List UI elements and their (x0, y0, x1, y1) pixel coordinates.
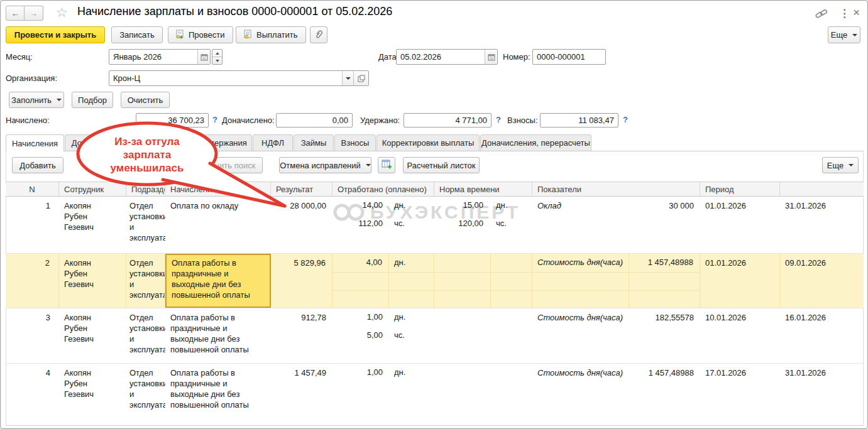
contributions-value[interactable]: 11 083,47 (541, 116, 618, 125)
col-header-period[interactable]: Период (700, 182, 780, 196)
tab-payment-adjustments[interactable]: Корректировки выплаты (376, 134, 480, 151)
withheld-field[interactable]: 4 771,00 (404, 113, 492, 128)
cell-period-to[interactable]: 31.01.2026 (780, 364, 864, 418)
pay-button[interactable]: Выплатить (236, 26, 306, 43)
calendar-icon[interactable] (485, 50, 497, 64)
cell-period-from[interactable]: 01.01.2026 (700, 254, 780, 308)
table-row-selected[interactable]: 2 Акопян Рубен Гезевич Отдел установки и… (6, 254, 864, 308)
cell-period-from[interactable]: 01.01.2026 (700, 197, 780, 253)
withheld-value[interactable]: 4 771,00 (404, 116, 491, 125)
additional-field[interactable]: 0,00 (276, 113, 353, 128)
cell-department[interactable]: Отдел установки и эксплуатац (126, 197, 165, 253)
close-icon[interactable]: × (853, 6, 860, 19)
organization-value[interactable]: Крон-Ц (109, 73, 342, 83)
cell-worked-value[interactable]: 14,00112,00 (332, 197, 389, 253)
tab-loans[interactable]: Займы (294, 134, 334, 151)
cell-employee[interactable]: Акопян Рубен Гезевич (59, 364, 126, 418)
cell-norm-unit[interactable] (491, 364, 532, 418)
favorite-star-icon[interactable]: ☆ (56, 5, 68, 20)
cell-worked-unit[interactable]: дн.чс. (389, 308, 434, 363)
col-header-indicators[interactable]: Показатели (532, 182, 700, 196)
cell-result[interactable]: 28 000,00 (271, 197, 332, 253)
month-value[interactable]: Январь 2026 (109, 52, 197, 62)
dropdown-icon[interactable] (342, 71, 353, 85)
cell-result[interactable]: 912,78 (271, 308, 332, 363)
cell-norm-value[interactable] (434, 364, 491, 418)
cell-result[interactable]: 1 457,49 (271, 364, 332, 418)
add-row-button[interactable]: Добавить (12, 157, 63, 173)
cell-period-from[interactable]: 17.01.2026 (700, 364, 780, 418)
col-header-empty[interactable] (780, 182, 864, 196)
salary-indicators-button[interactable] (378, 157, 395, 173)
accrued-hint[interactable]: ? (212, 115, 217, 124)
table-row[interactable]: 3 Акопян Рубен Гезевич Отдел установки и… (6, 308, 864, 364)
selected-accrual-cell[interactable]: Оплата работы в праздничные и выходные д… (165, 254, 271, 308)
tab-contributions[interactable]: Взносы (334, 134, 376, 151)
col-header-accrual[interactable]: Начисление (165, 182, 271, 196)
contributions-field[interactable]: 11 083,47 (540, 113, 618, 128)
cell-indicator[interactable]: Стоимость дня(часа) (532, 364, 629, 418)
date-field[interactable]: 05.02.2026 (396, 49, 498, 65)
cell-accrual[interactable]: Оплата по окладу (165, 197, 271, 253)
table-row[interactable]: 4 Акопян Рубен Гезевич Отдел установки и… (6, 364, 864, 418)
accrued-value[interactable]: 36 700,23 (136, 116, 208, 125)
organization-field[interactable]: Крон-Ц (109, 70, 369, 86)
col-header-n[interactable]: N (6, 182, 59, 196)
command-bar-more-button[interactable]: Еще (828, 26, 860, 43)
table-row[interactable]: 1 Акопян Рубен Гезевич Отдел установки и… (6, 197, 864, 254)
write-button[interactable]: Записать (111, 26, 163, 43)
back-button[interactable]: ← (6, 6, 25, 21)
calendar-icon[interactable] (197, 50, 210, 64)
cell-worked-unit[interactable]: дн.чс. (389, 197, 434, 253)
cell-worked-unit[interactable]: дн. (389, 254, 434, 308)
col-header-norm[interactable]: Норма времени (434, 182, 532, 196)
cell-period-from[interactable]: 10.01.2026 (700, 308, 780, 363)
cell-norm-unit[interactable] (491, 254, 532, 308)
col-header-department[interactable]: Подразде… (126, 182, 165, 196)
cell-indicator[interactable]: Стоимость дня(часа) (532, 308, 629, 363)
cell-department[interactable]: Отдел установки и эксплуатац (126, 364, 165, 418)
cell-worked-value[interactable]: 4,00 (332, 254, 389, 308)
get-link-icon[interactable] (815, 9, 828, 21)
month-field[interactable]: Январь 2026 (109, 49, 211, 65)
payslip-button[interactable]: Расчетный листок (403, 157, 480, 173)
cell-period-to[interactable]: 31.01.2026 (780, 197, 864, 253)
cell-accrual[interactable]: Оплата работы в праздничные и выходные д… (165, 308, 271, 363)
clear-button[interactable]: Очистить (121, 92, 170, 108)
undo-corrections-button[interactable]: Отмена исправлений (279, 157, 371, 173)
cell-employee[interactable]: Акопян Рубен Гезевич (59, 254, 126, 308)
table-more-button[interactable]: Еще (822, 157, 859, 173)
more-menu-icon[interactable]: ⋮ (839, 7, 850, 20)
cell-department[interactable]: Отдел установки и эксплуатац (126, 308, 165, 363)
step-up-icon[interactable] (212, 50, 222, 57)
cell-period-to[interactable]: 09.01.2026 (780, 254, 864, 308)
accrued-field[interactable]: 36 700,23 (136, 113, 209, 128)
cell-norm-value[interactable]: 15,00120,00 (434, 197, 491, 253)
withheld-hint[interactable]: ? (496, 115, 501, 124)
cell-accrual[interactable]: Оплата работы в праздничные и выходные д… (165, 364, 271, 418)
attachments-button[interactable] (310, 26, 327, 43)
month-stepper[interactable] (212, 49, 222, 65)
forward-button[interactable]: → (25, 6, 43, 21)
tab-benefits[interactable]: Пособия (116, 134, 160, 151)
cell-worked-value[interactable]: 1,005,00 (332, 308, 389, 363)
tab-recalculations[interactable]: Доначисления, перерасчеты (480, 134, 591, 151)
cell-employee[interactable]: Акопян Рубен Гезевич (59, 308, 126, 363)
fill-button[interactable]: Заполнить (9, 92, 64, 108)
post-button[interactable]: Провести (168, 26, 233, 43)
cell-worked-unit[interactable]: дн. (389, 364, 434, 418)
cell-n[interactable]: 4 (6, 364, 59, 418)
cell-norm-unit[interactable]: дн.чс. (491, 197, 532, 253)
cell-indicator-value[interactable]: 182,55578 (629, 308, 700, 363)
cell-period-to[interactable]: 16.01.2026 (780, 308, 864, 363)
col-header-worked[interactable]: Отработано (оплачено) (332, 182, 434, 196)
cell-indicator-value[interactable]: 30 000 (629, 197, 700, 253)
tab-ndfl[interactable]: НДФЛ (253, 134, 293, 151)
additional-value[interactable]: 0,00 (277, 116, 352, 125)
move-up-button[interactable]: ↑ (116, 157, 135, 173)
cell-result[interactable]: 5 829,96 (271, 254, 332, 308)
cell-worked-value[interactable]: 1,00 (332, 364, 389, 418)
contributions-hint[interactable]: ? (623, 115, 628, 124)
cell-indicator[interactable]: Стоимость дня(часа) (532, 254, 629, 308)
col-header-result[interactable]: Результат (271, 182, 332, 196)
